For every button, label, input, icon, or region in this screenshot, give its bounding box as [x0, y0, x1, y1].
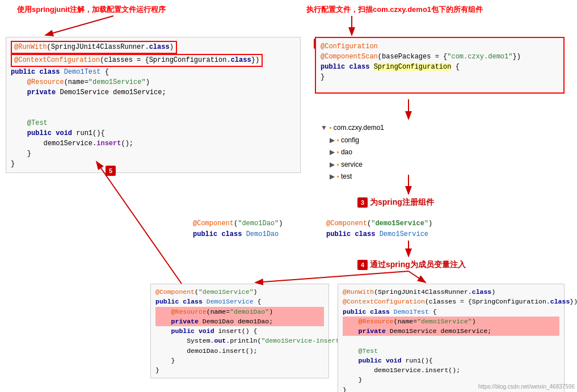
dir-service: ▶ ▪ service	[330, 159, 384, 171]
code-dao-snippet: @Component("demo1Dao") public class Demo…	[193, 218, 283, 240]
code-service-snippet: @Component("demo1Service") public class …	[326, 218, 432, 240]
code-line-private: private Demo1Service demo1Service;	[11, 87, 296, 98]
code-line-component-scan: @ComponentScan(basePackages = {"com.czxy…	[321, 52, 559, 62]
code-line-run-with: @RunWith(SpringJUnit4ClassRunner.class)	[11, 41, 296, 54]
watermark: https://blog.csdn.net/weixin_46837596	[478, 383, 575, 390]
code-line-spring-class: public class SpringConfiguration {	[321, 62, 559, 72]
dir-tree: ▼ ▪ com.czxy.demo1 ▶ ▪ config ▶ ▪ dao ▶ …	[321, 122, 384, 183]
svg-line-7	[96, 162, 182, 284]
svg-line-8	[255, 271, 408, 283]
annotation-4: 通过spring为成员变量注入	[370, 260, 466, 270]
top-left-annotation: 使用springjunit注解，加载配置文件运行程序	[17, 5, 166, 15]
badge-3: 3	[357, 197, 368, 208]
dir-config: ▶ ▪ config	[330, 134, 384, 147]
dir-test: ▶ ▪ test	[330, 171, 384, 183]
badge-5: 5	[106, 166, 116, 176]
code-line-resource: @Resource(name="demo1Service")	[11, 77, 296, 87]
dir-dao: ▶ ▪ dao	[330, 146, 384, 159]
code-line-run1: public void run1(){	[11, 128, 296, 138]
annotation-3: 为spring注册组件	[370, 197, 434, 208]
badge-4: 4	[357, 260, 368, 270]
code-panel-bottom-right: @RunWith(SpringJUnit4ClassRunner.class) …	[338, 284, 565, 392]
code-line-context-config: @ContextConfiguration(classes = {SpringC…	[11, 54, 296, 67]
code-line-test: @Test	[11, 118, 296, 128]
code-panel-1: @RunWith(SpringJUnit4ClassRunner.class) …	[6, 37, 301, 173]
code-panel-2: @Configuration @ComponentScan(basePackag…	[315, 37, 565, 94]
top-right-annotation: 执行配置文件，扫描com.czxy.demo1包下的所有组件	[306, 5, 483, 15]
svg-line-9	[408, 271, 426, 283]
code-panel-bottom-left: @Component("demo1Service") public class …	[150, 284, 329, 378]
code-line-class: public class Demo1Test {	[11, 67, 296, 77]
code-line-insert: demo1Service.insert();	[11, 138, 296, 149]
code-line-configuration: @Configuration	[321, 41, 559, 52]
dir-root: ▼ ▪ com.czxy.demo1	[321, 122, 384, 134]
svg-line-3	[45, 16, 113, 35]
